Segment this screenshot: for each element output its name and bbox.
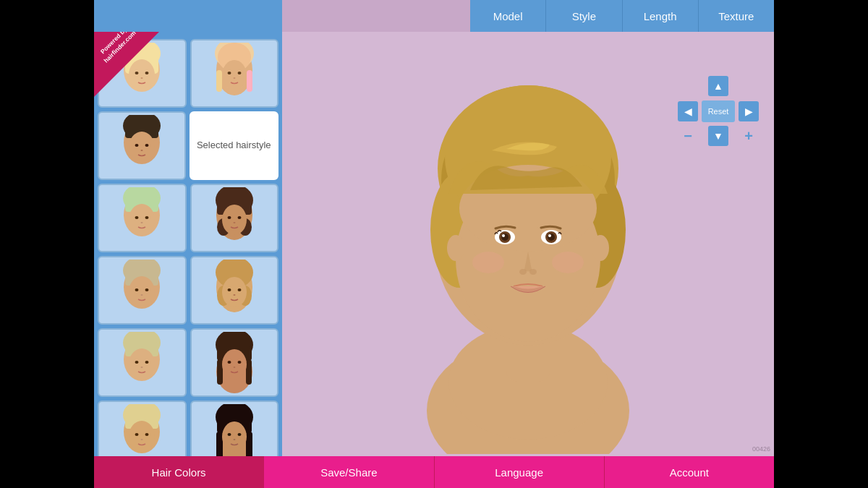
svg-point-6 — [145, 72, 149, 74]
zoom-in-button[interactable]: + — [739, 126, 759, 146]
svg-point-23 — [140, 150, 142, 151]
nav-language[interactable]: Language — [435, 456, 605, 488]
sidebar-row-3 — [98, 184, 278, 252]
hairstyle-3a[interactable] — [98, 184, 187, 252]
hairstyle-6a[interactable] — [98, 401, 187, 456]
hairstyle-5a[interactable] — [98, 328, 187, 397]
tab-model[interactable]: Model — [470, 0, 546, 32]
svg-point-61 — [141, 367, 143, 368]
svg-point-54 — [233, 294, 235, 296]
svg-point-58 — [129, 348, 155, 380]
sidebar-row-6 — [98, 401, 278, 456]
svg-point-119 — [502, 234, 505, 237]
svg-point-60 — [145, 361, 149, 364]
nav-right-button[interactable]: ▶ — [739, 101, 759, 121]
hairstyle-1b[interactable] — [190, 39, 279, 108]
svg-point-125 — [447, 235, 464, 261]
svg-rect-66 — [246, 359, 252, 385]
selected-label: Selected hairstyle — [197, 140, 271, 152]
svg-point-5 — [135, 72, 139, 74]
tab-texture[interactable]: Texture — [699, 0, 774, 32]
svg-point-37 — [227, 216, 231, 219]
sidebar-row-2: Selected hairstyle — [98, 111, 278, 180]
preview-image — [376, 35, 680, 454]
zoom-out-button[interactable]: − — [678, 126, 698, 146]
svg-point-74 — [129, 421, 155, 453]
svg-point-118 — [548, 234, 555, 241]
svg-point-76 — [145, 433, 149, 436]
tab-style[interactable]: Style — [546, 0, 622, 32]
svg-point-28 — [135, 216, 139, 219]
nav-left-button[interactable]: ◀ — [678, 101, 698, 121]
reset-button[interactable]: Reset — [702, 100, 735, 122]
svg-rect-82 — [246, 432, 252, 456]
svg-point-75 — [135, 433, 139, 436]
sidebar-row-4 — [98, 256, 278, 325]
nav-hair-colors[interactable]: Hair Colors — [94, 456, 264, 488]
svg-rect-15 — [216, 70, 222, 92]
svg-point-51 — [222, 277, 247, 307]
hairstyle-4b[interactable] — [190, 256, 279, 325]
watermark: 00426 — [752, 445, 770, 453]
sidebar-row-1 — [98, 39, 278, 108]
hairstyle-5b[interactable] — [190, 328, 279, 397]
svg-point-84 — [227, 433, 231, 436]
svg-point-53 — [237, 288, 241, 291]
svg-point-46 — [141, 294, 143, 296]
svg-point-29 — [145, 216, 149, 219]
hairstyle-3b[interactable] — [190, 184, 279, 252]
svg-point-59 — [135, 361, 139, 364]
svg-point-126 — [592, 235, 609, 261]
sidebar-row-5 — [98, 328, 278, 397]
nav-save-share[interactable]: Save/Share — [264, 456, 434, 488]
svg-point-13 — [237, 72, 241, 74]
svg-rect-65 — [217, 359, 223, 385]
svg-point-70 — [233, 367, 235, 368]
nav-account[interactable]: Account — [605, 456, 774, 488]
svg-point-20 — [129, 132, 155, 163]
svg-rect-81 — [216, 432, 223, 456]
svg-point-120 — [548, 234, 551, 237]
svg-point-22 — [145, 144, 148, 147]
svg-point-77 — [141, 439, 143, 440]
svg-point-27 — [129, 204, 155, 236]
svg-point-122 — [529, 269, 537, 275]
svg-point-45 — [145, 288, 149, 291]
svg-point-38 — [237, 216, 241, 219]
svg-point-69 — [237, 361, 241, 364]
svg-point-36 — [222, 205, 247, 235]
svg-point-67 — [222, 349, 247, 380]
svg-point-14 — [233, 77, 235, 79]
svg-point-85 — [237, 433, 241, 436]
nav-down-button[interactable]: ▼ — [708, 126, 728, 146]
svg-point-83 — [222, 421, 247, 452]
hairstyle-selected[interactable]: Selected hairstyle — [190, 111, 279, 180]
main-preview: ▲ ◀ Reset ▶ − ▼ + 00426 — [282, 32, 774, 456]
svg-point-43 — [129, 276, 155, 308]
svg-point-30 — [141, 222, 143, 223]
svg-point-44 — [135, 288, 139, 291]
svg-point-12 — [227, 72, 231, 74]
svg-point-21 — [135, 144, 138, 147]
svg-point-68 — [227, 361, 231, 364]
svg-point-121 — [519, 269, 527, 275]
nav-up-button[interactable]: ▲ — [708, 76, 728, 96]
hairstyle-4a[interactable] — [98, 256, 187, 325]
svg-point-39 — [233, 222, 235, 223]
hairstyle-2a[interactable] — [98, 111, 186, 180]
svg-point-124 — [552, 252, 584, 273]
hairstyle-1a[interactable] — [98, 39, 187, 108]
hairstyle-6b[interactable] — [190, 401, 279, 456]
navigation-controls: ▲ ◀ Reset ▶ − ▼ + — [677, 75, 760, 147]
svg-point-7 — [141, 77, 143, 79]
bottom-navigation: Hair Colors Save/Share Language Account — [94, 456, 774, 488]
svg-point-86 — [233, 439, 235, 440]
tab-length[interactable]: Length — [623, 0, 699, 32]
svg-rect-16 — [247, 70, 252, 92]
svg-point-11 — [222, 60, 247, 90]
svg-point-4 — [129, 59, 155, 91]
svg-point-123 — [472, 252, 504, 273]
svg-point-52 — [227, 288, 231, 291]
svg-point-117 — [501, 234, 509, 241]
